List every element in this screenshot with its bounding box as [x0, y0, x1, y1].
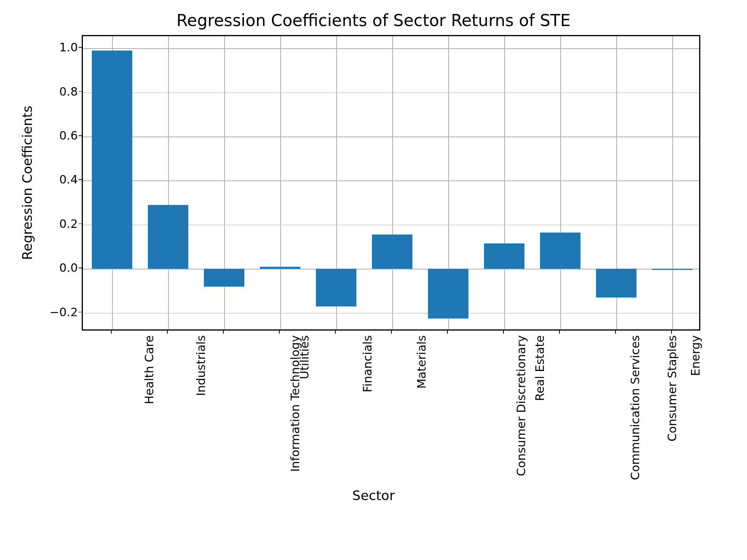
bar — [540, 233, 580, 269]
ytick-label: 0.4 — [31, 173, 78, 186]
xtick-mark — [447, 331, 448, 334]
bar — [316, 269, 356, 306]
bar — [484, 243, 524, 269]
bar — [260, 267, 300, 269]
chart-container: Regression Coefficients of Sector Return… — [0, 0, 747, 560]
gridline-v — [504, 36, 505, 329]
ytick-label: 1.0 — [31, 40, 78, 54]
gridline-v — [280, 36, 281, 329]
gridline-h — [83, 180, 699, 181]
xtick-mark — [391, 331, 392, 334]
xtick-label: Materials — [415, 335, 428, 389]
ytick-mark — [79, 47, 82, 48]
ytick-label: 0.8 — [31, 84, 78, 98]
bar — [204, 269, 244, 286]
gridline-h — [83, 93, 699, 93]
ytick-mark — [79, 135, 82, 136]
xtick-label: Consumer Discretionary — [514, 335, 528, 476]
gridline-h — [83, 48, 699, 49]
xtick-mark — [615, 331, 616, 334]
xtick-label: Financials — [361, 335, 374, 392]
ytick-label: 0.6 — [31, 129, 78, 142]
gridline-h — [83, 136, 699, 137]
chart-title: Regression Coefficients of Sector Return… — [0, 11, 747, 30]
xtick-mark — [167, 331, 168, 334]
xtick-label: Communication Services — [628, 335, 642, 480]
xtick-label: Utilities — [298, 335, 311, 379]
ytick-label: 0.0 — [31, 261, 78, 275]
xtick-label: Real Estate — [533, 335, 547, 401]
bar — [92, 51, 132, 269]
xtick-mark — [671, 331, 672, 334]
plot-area — [82, 35, 700, 331]
ytick-label: −0.2 — [31, 305, 78, 318]
bar — [596, 269, 637, 298]
gridline-v — [168, 36, 169, 329]
ytick-label: 0.2 — [31, 217, 78, 230]
xtick-mark — [223, 331, 224, 334]
ytick-mark — [79, 312, 82, 313]
bar — [652, 269, 693, 270]
xtick-label: Energy — [689, 335, 702, 376]
x-axis-label: Sector — [0, 488, 747, 503]
xtick-label: Health Care — [142, 335, 156, 404]
xtick-label: Industrials — [194, 335, 208, 396]
bar — [148, 205, 188, 269]
xtick-mark — [559, 331, 560, 334]
xtick-mark — [503, 331, 504, 334]
gridline-v — [672, 36, 673, 329]
gridline-h — [83, 313, 699, 314]
gridline-v — [392, 36, 393, 329]
xtick-mark — [279, 331, 280, 334]
bar — [372, 234, 412, 269]
ytick-mark — [79, 268, 82, 268]
xtick-label: Consumer Staples — [665, 335, 679, 441]
ytick-mark — [79, 91, 82, 92]
xtick-mark — [335, 331, 336, 334]
xtick-mark — [111, 331, 112, 334]
ytick-mark — [79, 224, 82, 224]
gridline-v — [560, 36, 561, 329]
ytick-mark — [79, 179, 82, 180]
bar — [428, 269, 468, 318]
